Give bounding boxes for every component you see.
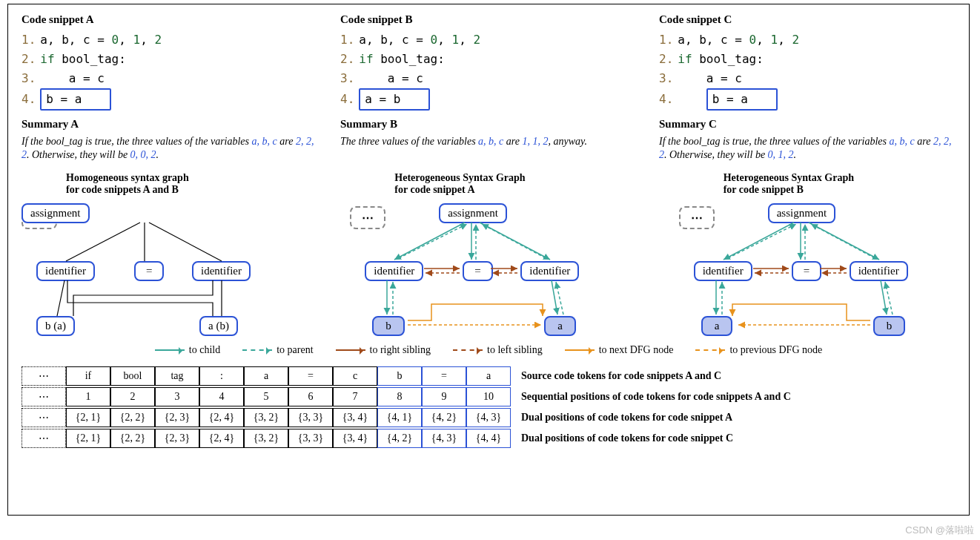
cell: = [288,366,333,386]
cell: {3, 2} [244,408,288,427]
watermark: CSDN @落啦啦 [905,524,974,537]
cell: bool [110,366,155,386]
table-row-dualA: ⋯{2, 1}{2, 2}{2, 3}{2, 4}{3, 2}{3, 3}{3,… [21,408,956,427]
svg-line-13 [552,280,557,315]
token-tables: ⋯ifbooltag:a=cb=aSource code tokens for … [21,366,956,448]
svg-line-23 [809,223,879,260]
cell: a [466,366,511,386]
node-assignment: assignment [21,203,90,223]
svg-line-2 [149,223,222,261]
cell: = [422,366,466,386]
svg-line-5 [394,223,465,260]
cell: c [333,366,377,386]
svg-line-20 [728,224,796,258]
cell: tag [155,366,199,386]
cell: {2, 1} [66,408,110,427]
cell: b [377,366,422,386]
node-identifier: identifier [192,261,251,281]
graph-het-b: Heterogeneous Syntax Graphfor code snipp… [679,172,956,340]
graph-het-a: Heterogeneous Syntax Graphfor code snipp… [350,172,626,340]
cell: 2 [110,387,155,406]
arrow-icon [695,349,725,351]
ellipsis-cell: ⋯ [21,387,66,406]
table-label: Dual positions of code tokens for code s… [521,432,733,444]
cell: 5 [244,387,288,406]
cell: {4, 1} [377,408,422,427]
arrow-icon [242,349,272,351]
table-row-seq: ⋯12345678910Sequential positions of code… [21,387,956,406]
cell: {2, 4} [199,408,244,427]
svg-line-3 [57,280,64,316]
col-b: Code snippet B 1.a, b, c = 0, 1, 2 2.if … [340,13,637,162]
table-label: Dual positions of code tokens for code s… [521,412,732,424]
svg-line-28 [885,282,893,315]
snippet-title: Code snippet A [21,13,318,26]
col-a: Code snippet A 1.a, b, c = 0, 1, 2 2.if … [21,13,318,162]
ellipsis-icon: ⋯ [350,206,385,229]
svg-line-14 [556,282,563,315]
arrow-icon [155,349,185,351]
cell: 9 [422,387,466,406]
node-leaf: a (b) [199,316,238,336]
ellipsis-icon: ⋯ [679,206,715,229]
graph-row: Homogeneous syntax graphfor code snippet… [21,172,956,340]
graph-homo: Homogeneous syntax graphfor code snippet… [21,172,298,340]
summary-a: If the bool_tag is true, the three value… [21,135,318,162]
svg-line-6 [399,224,467,258]
svg-line-10 [482,224,546,258]
table-row-tokens: ⋯ifbooltag:a=cb=aSource code tokens for … [21,366,956,386]
cell: 8 [377,387,422,406]
cell: {2, 3} [155,408,199,427]
summary-title: Summary A [21,118,318,131]
cell: {4, 4} [466,429,511,448]
cell: a [244,366,288,386]
svg-line-19 [724,223,794,260]
svg-line-27 [881,280,887,315]
cell: 4 [199,387,244,406]
cell: 3 [155,387,199,406]
table-label: Source code tokens for code snippets A a… [521,370,721,382]
boxed-line: b = a [40,88,111,111]
ellipsis-cell: ⋯ [21,366,66,386]
cell: {2, 3} [155,429,199,448]
svg-line-0 [66,223,140,261]
cell: : [199,366,244,386]
figure-frame: Code snippet A 1.a, b, c = 0, 1, 2 2.if … [7,4,970,516]
cell: 7 [333,387,377,406]
ellipsis-cell: ⋯ [21,408,66,427]
cell: {4, 3} [466,408,511,427]
cell: {4, 3} [422,429,466,448]
legend: to child to parent to right sibling to l… [21,344,956,356]
node-leaf: b (a) [36,316,75,336]
table-row-dualC: ⋯{2, 1}{2, 2}{2, 3}{2, 4}{3, 2}{3, 3}{3,… [21,429,956,448]
col-c: Code snippet C 1.a, b, c = 0, 1, 2 2.if … [659,13,956,162]
arrow-icon [453,349,483,351]
cell: {2, 2} [110,408,155,427]
cell: {3, 4} [333,408,377,427]
cell: if [66,366,110,386]
cell: {2, 2} [110,429,155,448]
ellipsis-cell: ⋯ [21,429,66,448]
cell: {3, 2} [244,429,288,448]
svg-line-24 [811,224,875,258]
cell: {2, 1} [66,429,110,448]
cell: {4, 2} [422,408,466,427]
cell: {3, 4} [333,429,377,448]
cell: {4, 2} [377,429,422,448]
snippet-columns: Code snippet A 1.a, b, c = 0, 1, 2 2.if … [21,13,956,162]
cell: 1 [66,387,110,406]
svg-line-9 [480,223,550,260]
cell: {2, 4} [199,429,244,448]
node-eq: = [134,261,164,281]
node-identifier: identifier [36,261,95,281]
cell: 10 [466,387,511,406]
code-a: 1.a, b, c = 0, 1, 2 2.if bool_tag: 3. a … [21,30,318,111]
cell: {3, 3} [288,429,333,448]
arrow-icon [336,349,365,351]
cell: {3, 3} [288,408,333,427]
cell: 6 [288,387,333,406]
arrow-icon [565,349,595,351]
table-label: Sequential positions of code tokens for … [521,391,791,403]
